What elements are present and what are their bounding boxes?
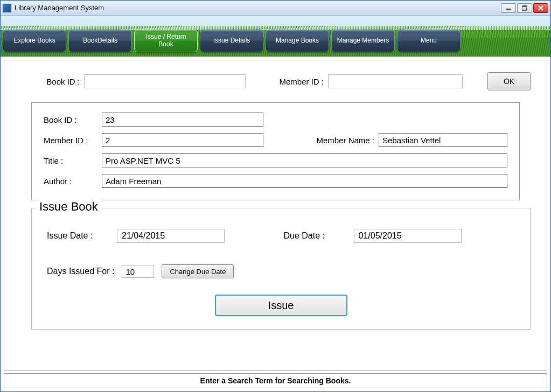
titlebar: Library Management System xyxy=(1,1,550,16)
status-bar: Enter a Search Term for Searching Books. xyxy=(4,373,547,388)
book-id-input[interactable] xyxy=(84,74,246,88)
header-banner: Explore Books BookDetails Issue / Return… xyxy=(1,16,550,57)
nav-explore-books[interactable]: Explore Books xyxy=(3,30,66,52)
detail-title-value: Pro ASP.NET MVC 5 xyxy=(102,153,507,167)
detail-member-name-value: Sebastian Vettel xyxy=(379,133,507,147)
detail-member-id-value: 2 xyxy=(102,133,263,147)
member-id-input[interactable] xyxy=(328,74,463,88)
status-text: Enter a Search Term for Searching Books. xyxy=(200,376,351,385)
issue-book-fieldset: Issue Book Issue Date : Due Date : Days … xyxy=(31,208,531,330)
maximize-button[interactable] xyxy=(517,3,532,13)
close-icon xyxy=(538,5,543,11)
maximize-icon xyxy=(522,5,527,11)
app-window: Library Management System Explore Bo xyxy=(0,0,551,392)
app-icon xyxy=(3,4,11,12)
client-area: Book ID : Member ID : OK Book ID : 23 Me… xyxy=(1,57,550,391)
nav-menu[interactable]: Menu xyxy=(397,30,461,52)
detail-title-label: Title : xyxy=(44,156,97,165)
nav-manage-members[interactable]: Manage Members xyxy=(331,30,395,52)
window-controls xyxy=(501,3,548,13)
issue-date-label: Issue Date : xyxy=(47,231,111,241)
days-issued-input[interactable] xyxy=(122,265,154,278)
nav-manage-books[interactable]: Manage Books xyxy=(266,30,329,52)
nav-issue-return-book[interactable]: Issue / Return Book xyxy=(134,30,198,52)
issue-button[interactable]: Issue xyxy=(215,295,347,316)
svg-rect-2 xyxy=(522,6,526,10)
issue-date-input[interactable] xyxy=(117,229,225,243)
change-due-date-button[interactable]: Change Due Date xyxy=(162,264,234,278)
days-row: Days Issued For : Change Due Date xyxy=(47,264,515,278)
nav-book-details[interactable]: BookDetails xyxy=(68,30,132,52)
details-box: Book ID : 23 Member ID : 2 Member Name :… xyxy=(31,102,520,200)
date-row: Issue Date : Due Date : xyxy=(47,229,515,243)
detail-book-id-label: Book ID : xyxy=(44,115,97,124)
book-id-label: Book ID : xyxy=(20,77,80,86)
lookup-row: Book ID : Member ID : OK xyxy=(20,72,531,90)
due-date-input[interactable] xyxy=(354,229,462,243)
days-issued-label: Days Issued For : xyxy=(47,267,114,276)
window-title: Library Management System xyxy=(15,4,104,12)
minimize-icon xyxy=(506,5,511,11)
minimize-button[interactable] xyxy=(501,3,516,13)
due-date-label: Due Date : xyxy=(284,231,348,241)
issue-book-legend: Issue Book xyxy=(36,200,101,214)
issue-button-row: Issue xyxy=(47,295,515,316)
navbar: Explore Books BookDetails Issue / Return… xyxy=(3,30,548,52)
detail-author-label: Author : xyxy=(44,177,97,186)
nav-issue-details[interactable]: Issue Details xyxy=(200,30,263,52)
detail-author-value: Adam Freeman xyxy=(102,174,507,188)
close-button[interactable] xyxy=(533,3,548,13)
ok-button[interactable]: OK xyxy=(487,72,531,90)
detail-book-id-value: 23 xyxy=(102,113,263,127)
member-id-label: Member ID : xyxy=(264,77,324,86)
detail-member-name-label: Member Name : xyxy=(304,136,374,145)
detail-member-id-label: Member ID : xyxy=(44,136,97,145)
main-panel: Book ID : Member ID : OK Book ID : 23 Me… xyxy=(4,60,547,371)
